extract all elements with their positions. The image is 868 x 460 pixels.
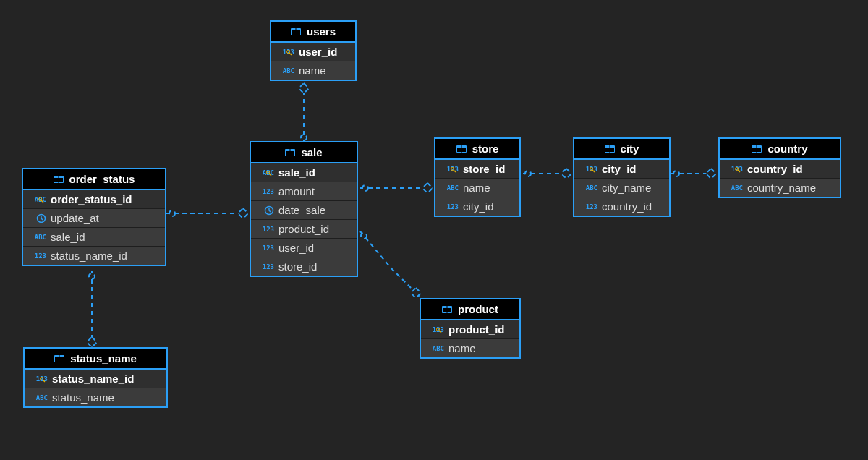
- type-icon: [29, 234, 46, 241]
- table-title: product: [458, 303, 498, 315]
- table-icon: [456, 145, 467, 153]
- table-title: country: [767, 142, 807, 155]
- type-icon: [580, 166, 597, 173]
- type-icon: [29, 252, 46, 260]
- column-user_id[interactable]: user_id: [251, 238, 357, 257]
- type-icon: [29, 213, 46, 223]
- column-country_id[interactable]: country_id: [574, 197, 669, 216]
- type-icon: [257, 244, 274, 252]
- table-icon: [54, 355, 64, 362]
- column-label: product_id: [448, 323, 505, 336]
- column-sale_id[interactable]: sale_id: [23, 227, 165, 246]
- type-icon: [30, 375, 48, 383]
- table-header-sale: sale: [251, 142, 357, 163]
- type-icon: [277, 67, 294, 74]
- svg-point-1: [301, 135, 307, 140]
- column-name[interactable]: name: [435, 178, 519, 197]
- type-icon: [257, 263, 274, 271]
- type-icon: [441, 203, 459, 210]
- table-title: order_status: [69, 173, 135, 185]
- type-icon: [427, 345, 444, 352]
- column-country_name[interactable]: country_name: [720, 178, 840, 197]
- column-date_sale[interactable]: date_sale: [251, 200, 357, 219]
- column-product_id[interactable]: product_id: [421, 320, 519, 338]
- column-label: store_id: [278, 260, 317, 273]
- type-icon: [257, 188, 274, 195]
- column-status_name[interactable]: status_name: [25, 388, 166, 406]
- table-store[interactable]: store store_id name city_id: [434, 137, 521, 217]
- column-city_name[interactable]: city_name: [574, 178, 669, 197]
- column-city_id[interactable]: city_id: [435, 197, 519, 216]
- type-icon: [257, 205, 274, 216]
- svg-line-17: [269, 174, 271, 176]
- table-title: city: [621, 142, 639, 155]
- column-label: name: [448, 342, 476, 354]
- table-header-users: users: [271, 22, 355, 43]
- svg-line-39: [439, 331, 441, 333]
- column-sale_id[interactable]: sale_id: [251, 163, 357, 182]
- column-label: user_id: [299, 46, 337, 58]
- table-header-status_name: status_name: [25, 349, 166, 370]
- svg-point-16: [267, 171, 270, 174]
- type-icon: [726, 166, 743, 173]
- column-amount[interactable]: amount: [251, 182, 357, 200]
- svg-point-48: [736, 167, 739, 170]
- column-status_name_id[interactable]: status_name_id: [23, 246, 165, 265]
- type-icon: [580, 203, 597, 210]
- column-product_id[interactable]: product_id: [251, 219, 357, 238]
- svg-point-6: [525, 171, 531, 176]
- table-sale[interactable]: sale sale_id amount date_sale product_id…: [250, 141, 358, 277]
- column-user_id[interactable]: user_id: [271, 43, 355, 61]
- column-label: update_at: [51, 212, 99, 224]
- column-store_id[interactable]: store_id: [435, 160, 519, 178]
- type-icon: [29, 196, 46, 203]
- svg-line-34: [454, 170, 456, 172]
- table-status_name[interactable]: status_name status_name_id status_name: [23, 347, 168, 408]
- column-update_at[interactable]: update_at: [23, 208, 165, 227]
- svg-point-11: [287, 50, 290, 53]
- type-icon: [30, 394, 48, 401]
- table-city[interactable]: city city_id city_name country_id: [573, 137, 671, 217]
- column-label: city_id: [602, 163, 637, 175]
- table-header-city: city: [574, 139, 669, 160]
- column-label: amount: [278, 185, 315, 197]
- type-icon: [427, 326, 444, 333]
- column-label: city_id: [463, 200, 494, 213]
- column-name[interactable]: name: [271, 61, 355, 80]
- column-country_id[interactable]: country_id: [720, 160, 840, 178]
- column-label: name: [463, 182, 490, 194]
- column-label: name: [299, 64, 326, 77]
- table-product[interactable]: product product_id name: [420, 298, 521, 359]
- table-users[interactable]: users user_id name: [270, 20, 357, 81]
- column-label: store_id: [463, 163, 505, 175]
- table-icon: [54, 176, 64, 183]
- column-label: status_name_id: [52, 372, 134, 385]
- table-order_status[interactable]: order_status order_status_id update_at s…: [22, 168, 166, 266]
- table-icon: [285, 149, 295, 156]
- table-header-country: country: [720, 139, 840, 160]
- table-title: users: [307, 25, 336, 38]
- table-country[interactable]: country country_id country_name: [718, 137, 841, 198]
- type-icon: [726, 184, 743, 192]
- table-icon: [442, 306, 452, 313]
- type-icon: [580, 184, 597, 192]
- svg-point-5: [361, 233, 367, 239]
- svg-point-28: [41, 377, 43, 380]
- column-city_id[interactable]: city_id: [574, 160, 669, 178]
- table-icon: [605, 145, 615, 153]
- svg-point-2: [169, 210, 175, 216]
- column-label: country_id: [602, 200, 652, 213]
- type-icon: [257, 226, 274, 233]
- column-label: country_name: [747, 182, 816, 194]
- table-icon: [752, 145, 762, 153]
- svg-point-43: [590, 167, 593, 170]
- column-label: country_id: [747, 163, 803, 175]
- column-name[interactable]: name: [421, 338, 519, 357]
- column-order_status_id[interactable]: order_status_id: [23, 190, 165, 208]
- column-status_name_id[interactable]: status_name_id: [25, 370, 166, 388]
- column-store_id[interactable]: store_id: [251, 257, 357, 276]
- table-header-product: product: [421, 299, 519, 320]
- svg-line-23: [41, 200, 43, 203]
- svg-point-3: [89, 273, 95, 279]
- column-label: user_id: [278, 242, 314, 254]
